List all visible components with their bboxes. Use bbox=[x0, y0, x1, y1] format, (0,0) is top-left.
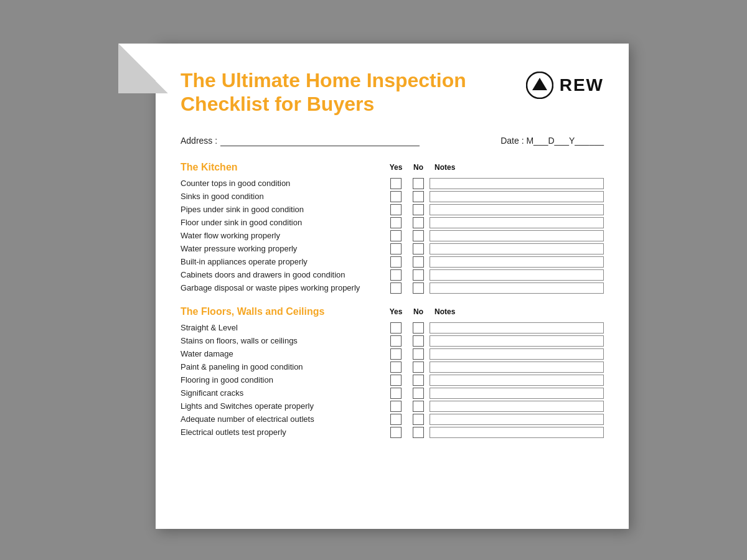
notes-box[interactable] bbox=[430, 217, 604, 228]
checklist-item: Electrical outlets test properly bbox=[181, 427, 604, 438]
item-controls bbox=[385, 282, 604, 294]
yes-checkbox[interactable] bbox=[390, 191, 402, 202]
rew-logo-icon bbox=[526, 72, 553, 99]
item-controls bbox=[385, 348, 604, 360]
no-checkbox[interactable] bbox=[413, 401, 424, 412]
checklist-item: Paint & paneling in good condition bbox=[181, 362, 604, 373]
col-notes-label: Notes bbox=[430, 163, 604, 172]
yes-checkbox[interactable] bbox=[390, 348, 402, 360]
yes-checkbox[interactable] bbox=[390, 204, 402, 215]
notes-box[interactable] bbox=[430, 282, 604, 294]
notes-box[interactable] bbox=[430, 256, 604, 268]
item-label: Floor under sink in good condition bbox=[181, 218, 385, 227]
yes-checkbox[interactable] bbox=[390, 256, 402, 268]
notes-box[interactable] bbox=[430, 269, 604, 281]
item-controls bbox=[385, 217, 604, 228]
notes-box[interactable] bbox=[430, 191, 604, 202]
page-wrapper: The Ultimate Home Inspection Checklist f… bbox=[118, 44, 629, 529]
address-underline[interactable] bbox=[220, 135, 420, 146]
checklist-item: Water pressure working properly bbox=[181, 243, 604, 254]
item-controls bbox=[385, 204, 604, 215]
item-label: Built-in appliances operate properly bbox=[181, 257, 385, 266]
document-title: The Ultimate Home Inspection Checklist f… bbox=[181, 68, 466, 116]
col-yes-label: Yes bbox=[385, 307, 407, 316]
checklist-item: Counter tops in good condition bbox=[181, 178, 604, 189]
item-controls bbox=[385, 322, 604, 334]
no-checkbox[interactable] bbox=[413, 414, 424, 425]
item-label: Pipes under sink in good condition bbox=[181, 205, 385, 214]
checklist-item: Straight & Level bbox=[181, 322, 604, 334]
notes-box[interactable] bbox=[430, 243, 604, 254]
notes-box[interactable] bbox=[430, 414, 604, 425]
date-label: Date : M___D___Y______ bbox=[500, 136, 604, 146]
no-checkbox[interactable] bbox=[413, 178, 424, 189]
notes-box[interactable] bbox=[430, 230, 604, 241]
no-checkbox[interactable] bbox=[413, 243, 424, 254]
yes-checkbox[interactable] bbox=[390, 375, 402, 386]
no-checkbox[interactable] bbox=[413, 282, 424, 294]
notes-box[interactable] bbox=[430, 401, 604, 412]
section-header-floors: The Floors, Walls and Ceilings Yes No No… bbox=[181, 306, 604, 317]
notes-box[interactable] bbox=[430, 348, 604, 360]
no-checkbox[interactable] bbox=[413, 191, 424, 202]
checklist-item: Cabinets doors and drawers in good condi… bbox=[181, 269, 604, 281]
notes-box[interactable] bbox=[430, 204, 604, 215]
yes-checkbox[interactable] bbox=[390, 322, 402, 334]
notes-box[interactable] bbox=[430, 427, 604, 438]
yes-checkbox[interactable] bbox=[390, 269, 402, 281]
item-label: Water pressure working properly bbox=[181, 244, 385, 253]
item-controls bbox=[385, 269, 604, 281]
item-label: Garbage disposal or waste pipes working … bbox=[181, 283, 385, 292]
yes-checkbox[interactable] bbox=[390, 362, 402, 373]
document: The Ultimate Home Inspection Checklist f… bbox=[156, 44, 629, 529]
item-label: Counter tops in good condition bbox=[181, 179, 385, 188]
yes-checkbox[interactable] bbox=[390, 414, 402, 425]
checklist-item: Adequate number of electrical outlets bbox=[181, 414, 604, 425]
address-row: Address : Date : M___D___Y______ bbox=[181, 135, 604, 146]
yes-checkbox[interactable] bbox=[390, 230, 402, 241]
checklist-item: Flooring in good condition bbox=[181, 375, 604, 386]
notes-box[interactable] bbox=[430, 362, 604, 373]
sections-container: The Kitchen Yes No Notes Counter tops in… bbox=[181, 162, 604, 438]
notes-box[interactable] bbox=[430, 178, 604, 189]
yes-checkbox[interactable] bbox=[390, 282, 402, 294]
yes-checkbox[interactable] bbox=[390, 401, 402, 412]
no-checkbox[interactable] bbox=[413, 335, 424, 347]
no-checkbox[interactable] bbox=[413, 388, 424, 399]
yes-checkbox[interactable] bbox=[390, 427, 402, 438]
item-label: Cabinets doors and drawers in good condi… bbox=[181, 270, 385, 279]
notes-box[interactable] bbox=[430, 322, 604, 334]
no-checkbox[interactable] bbox=[413, 269, 424, 281]
item-controls bbox=[385, 427, 604, 438]
yes-checkbox[interactable] bbox=[390, 217, 402, 228]
col-yes-label: Yes bbox=[385, 163, 407, 172]
date-field: Date : M___D___Y______ bbox=[500, 136, 604, 146]
checklist-item: Sinks in good condition bbox=[181, 191, 604, 202]
yes-checkbox[interactable] bbox=[390, 178, 402, 189]
logo-text: REW bbox=[560, 75, 604, 95]
notes-box[interactable] bbox=[430, 388, 604, 399]
no-checkbox[interactable] bbox=[413, 362, 424, 373]
col-notes-label: Notes bbox=[430, 307, 604, 316]
no-checkbox[interactable] bbox=[413, 348, 424, 360]
no-checkbox[interactable] bbox=[413, 427, 424, 438]
checklist-item: Built-in appliances operate properly bbox=[181, 256, 604, 268]
item-label: Paint & paneling in good condition bbox=[181, 362, 385, 371]
document-header: The Ultimate Home Inspection Checklist f… bbox=[181, 68, 604, 116]
no-checkbox[interactable] bbox=[413, 322, 424, 334]
notes-box[interactable] bbox=[430, 335, 604, 347]
item-label: Water flow working properly bbox=[181, 231, 385, 240]
yes-checkbox[interactable] bbox=[390, 388, 402, 399]
no-checkbox[interactable] bbox=[413, 217, 424, 228]
item-label: Lights and Switches operate properly bbox=[181, 401, 385, 411]
yes-checkbox[interactable] bbox=[390, 335, 402, 347]
yes-checkbox[interactable] bbox=[390, 243, 402, 254]
no-checkbox[interactable] bbox=[413, 230, 424, 241]
no-checkbox[interactable] bbox=[413, 256, 424, 268]
checklist-item: Stains on floors, walls or ceilings bbox=[181, 335, 604, 347]
no-checkbox[interactable] bbox=[413, 375, 424, 386]
no-checkbox[interactable] bbox=[413, 204, 424, 215]
item-label: Water damage bbox=[181, 349, 385, 358]
notes-box[interactable] bbox=[430, 375, 604, 386]
item-controls bbox=[385, 230, 604, 241]
